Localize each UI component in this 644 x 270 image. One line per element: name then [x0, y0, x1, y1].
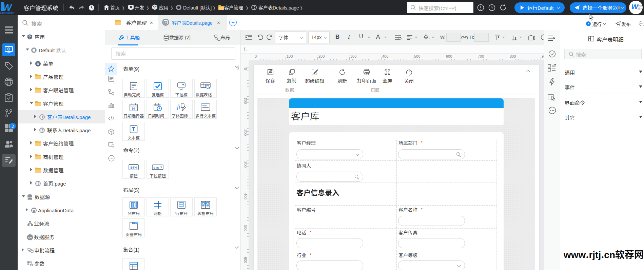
- svg-text:x: x: [246, 49, 248, 52]
- svg-text:BTN: BTN: [154, 166, 159, 169]
- svg-text:API: API: [28, 236, 32, 238]
- svg-text:f: f: [244, 46, 246, 52]
- svg-text:fi: fi: [177, 103, 180, 110]
- svg-text:OneBuilder: OneBuilder: [0, 11, 15, 15]
- svg-text:30: 30: [132, 107, 135, 110]
- svg-text:BTN: BTN: [131, 166, 137, 169]
